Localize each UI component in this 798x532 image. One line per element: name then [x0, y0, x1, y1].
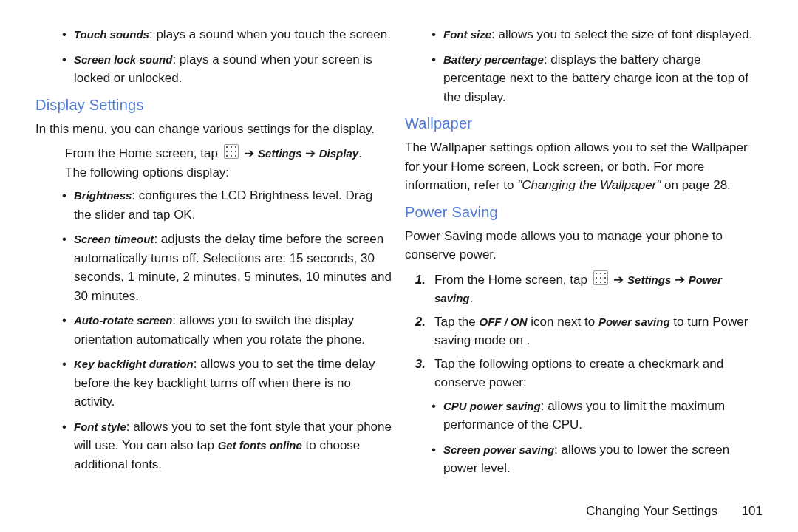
step-settings: Settings [258, 147, 301, 160]
bullet-label: Auto-rotate screen [74, 314, 172, 327]
bullet-auto-rotate: Auto-rotate screen: allows you to switch… [35, 311, 393, 349]
bullet-label: Key backlight duration [74, 358, 194, 370]
bullet-battery-percentage: Battery percentage: displays the battery… [405, 50, 763, 107]
bullet-key-backlight: Key backlight duration: allows you to se… [35, 355, 393, 412]
step-3: 3. Tap the following options to create a… [405, 355, 763, 392]
step-number: 1. [405, 270, 434, 308]
step-number: 3. [405, 355, 434, 392]
bullet-label: Screen power saving [443, 443, 554, 456]
step-from-home: From the Home screen, tap ➔ Settings ➔ D… [35, 144, 393, 182]
step-1: 1. From the Home screen, tap ➔ Settings … [405, 270, 763, 308]
s2-b: icon next to [528, 315, 598, 329]
bullet-label: Font style [74, 420, 126, 433]
bullet-screen-timeout: Screen timeout: adjusts the delay time b… [35, 230, 393, 305]
right-column: Font size: allows you to select the size… [405, 24, 763, 484]
bullet-font-style: Font style: allows you to set the font s… [35, 417, 393, 474]
two-column-layout: Touch sounds: plays a sound when you tou… [35, 24, 763, 484]
wallpaper-text-b: on page 28. [661, 178, 731, 192]
s2-offon: OFF / ON [480, 316, 528, 328]
display-intro: In this menu, you can change various set… [35, 120, 393, 139]
s2-d: . [527, 333, 531, 347]
footer-section: Changing Your Settings [586, 504, 717, 518]
s1-period: . [470, 291, 474, 305]
bullet-label: Touch sounds [74, 28, 149, 41]
bullet-label: Screen lock sound [74, 53, 172, 66]
s1-prefix: From the Home screen, tap [434, 273, 591, 287]
step-body: From the Home screen, tap ➔ Settings ➔ P… [434, 270, 763, 308]
step-2: 2. Tap the OFF / ON icon next to Power s… [405, 313, 763, 350]
bullet-label: Font size [443, 28, 491, 41]
get-fonts-label: Get fonts online [218, 439, 302, 451]
step-body: Tap the OFF / ON icon next to Power savi… [434, 313, 763, 350]
power-intro: Power Saving mode allows you to manage y… [405, 227, 763, 265]
bullet-font-size: Font size: allows you to select the size… [405, 25, 763, 44]
bullet-desc: : plays a sound when you touch the scree… [149, 27, 391, 41]
s2-a: Tap the [434, 315, 480, 329]
bullet-desc: : allows you to select the size of font … [491, 27, 752, 41]
step-number: 2. [405, 313, 434, 350]
manual-page: Touch sounds: plays a sound when you tou… [0, 0, 798, 532]
step-arrow: ➔ [244, 146, 258, 160]
step-period: . [358, 146, 362, 160]
left-column: Touch sounds: plays a sound when you tou… [35, 24, 393, 484]
bullet-touch-sounds: Touch sounds: plays a sound when you tou… [35, 25, 393, 44]
page-number: 101 [742, 504, 763, 519]
apps-grid-icon [593, 270, 608, 285]
wallpaper-link: "Changing the Wallpaper" [517, 178, 661, 192]
heading-wallpaper: Wallpaper [405, 115, 763, 132]
s1-arrow: ➔ [613, 273, 627, 287]
heading-display-settings: Display Settings [35, 97, 393, 114]
s1-arrow: ➔ [675, 273, 689, 287]
s2-ps: Power saving [598, 316, 670, 328]
step-display: Display [319, 147, 358, 160]
apps-grid-icon [224, 144, 239, 159]
bullet-screen-lock-sound: Screen lock sound: plays a sound when yo… [35, 50, 393, 88]
heading-power-saving: Power Saving [405, 204, 763, 221]
bullet-cpu-power-saving: CPU power saving: allows you to limit th… [405, 397, 763, 434]
bullet-screen-power-saving: Screen power saving: allows you to lower… [405, 440, 763, 478]
step-followup: The following options display: [65, 166, 229, 180]
step-body: Tap the following options to create a ch… [434, 355, 763, 392]
bullet-label: Battery percentage [443, 53, 544, 66]
wallpaper-text: The Wallpaper settings option allows you… [405, 138, 763, 195]
step-marker [35, 144, 65, 182]
step-body: From the Home screen, tap ➔ Settings ➔ D… [65, 144, 393, 182]
step-text: From the Home screen, tap [65, 146, 222, 160]
bullet-brightness: Brightness: configures the LCD Brightnes… [35, 186, 393, 224]
step-arrow: ➔ [305, 146, 319, 160]
page-footer: Changing Your Settings 101 [586, 504, 763, 519]
s1-settings: Settings [627, 273, 671, 286]
bullet-label: Brightness [74, 189, 132, 202]
bullet-label: Screen timeout [74, 233, 154, 245]
bullet-label: CPU power saving [443, 400, 541, 412]
